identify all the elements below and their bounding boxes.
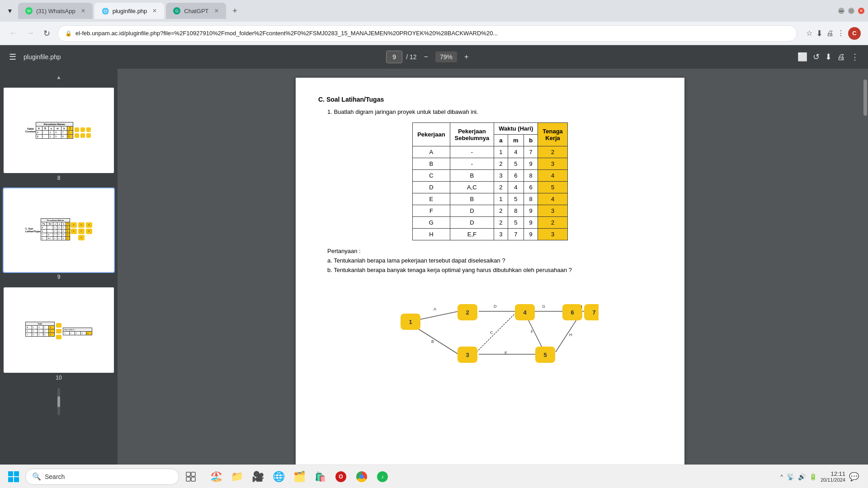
table-row: E B 1 5 8 4 — [413, 193, 568, 205]
start-button[interactable] — [4, 467, 24, 487]
back-button[interactable]: ← — [7, 27, 19, 40]
minimize-button[interactable]: ─ — [838, 8, 844, 14]
pdf-toolbar-right: ⬜ ↺ ⬇ 🖨 ⋮ — [797, 52, 859, 62]
taskbar-chrome[interactable] — [352, 467, 372, 487]
more-options-button[interactable]: ⋮ — [837, 29, 844, 38]
taskbar-spotify[interactable]: ♪ — [373, 467, 392, 487]
taskbar-edge[interactable]: 🌐 — [269, 467, 288, 487]
cell-pekerjaan: E — [413, 193, 450, 205]
url-bar[interactable]: 🔒 el-feb.unpam.ac.id/pluginfile.php?file… — [57, 25, 797, 42]
cell-b: 9 — [524, 229, 538, 240]
new-tab-button[interactable]: + — [228, 4, 242, 18]
svg-rect-11 — [8, 477, 13, 482]
content-scrollbar[interactable] — [863, 69, 868, 465]
taskbar-videocall[interactable]: 🎥 — [248, 467, 268, 487]
profile-avatar[interactable]: C — [848, 27, 861, 40]
tab-pluginfile[interactable]: 🌐 pluginfile.php ✕ — [94, 3, 165, 19]
svg-rect-16 — [191, 477, 195, 481]
tray-chevron[interactable]: ^ — [780, 474, 783, 480]
svg-rect-13 — [186, 472, 190, 476]
taskbar-app-nature[interactable]: 🏖️ — [206, 467, 226, 487]
sidebar-scrollbar[interactable] — [57, 388, 60, 415]
cell-b: 9 — [524, 158, 538, 170]
col-header-sebelumnya: PekerjaanSebelumnya — [450, 123, 494, 146]
taskbar-store[interactable]: 🛍️ — [310, 467, 330, 487]
maximize-button[interactable]: □ — [848, 8, 854, 14]
tab-chatgpt[interactable]: G ChatGPT ✕ — [166, 3, 226, 19]
cell-b: 8 — [524, 193, 538, 205]
pdf-more-button[interactable]: ⋮ — [851, 52, 859, 62]
pdf-print-button[interactable]: 🖨 — [837, 52, 845, 62]
cell-m: 8 — [508, 205, 524, 217]
taskbar-search-bar[interactable]: 🔍 Search — [25, 469, 179, 485]
bookmark-star-icon[interactable]: ☆ — [806, 29, 812, 38]
cell-m: 4 — [508, 146, 524, 158]
cell-sebelumnya: A,C — [450, 182, 494, 193]
cell-m: 6 — [508, 170, 524, 182]
taskbar-pinned-apps: 🏖️ 📁 🎥 🌐 🗂️ 🛍️ O ♪ — [206, 467, 392, 487]
page-number-input[interactable] — [386, 51, 402, 63]
thumbnail-9-label: 9 — [4, 274, 114, 280]
pdf-download-button[interactable]: ⬇ — [825, 52, 832, 62]
download-button[interactable]: ⬇ — [816, 28, 823, 38]
cell-m: 5 — [508, 217, 524, 229]
notifications-icon[interactable]: 💬 — [849, 472, 859, 482]
node-5-label: 5 — [543, 352, 547, 358]
whatsapp-tab-close[interactable]: ✕ — [81, 8, 85, 14]
col-header-pekerjaan: Pekerjaan — [413, 123, 450, 146]
hamburger-menu-icon[interactable]: ☰ — [9, 52, 16, 62]
question-a: a. Tentukanlah berapa lama pekerjaan ter… — [327, 257, 662, 264]
edge-b-label: B — [431, 339, 434, 344]
node-6-label: 6 — [571, 309, 574, 316]
print-button[interactable]: 🖨 — [826, 29, 834, 38]
thumbnail-page-10[interactable]: Table A1472 B2593 C3684 Data Table 2 X12… — [4, 287, 114, 381]
tray-battery-icon: 🔋 — [809, 473, 817, 480]
clock-time: 12:11 — [821, 470, 845, 477]
rotate-button[interactable]: ↺ — [813, 52, 820, 62]
tab-dropdown-icon[interactable]: ▼ — [4, 5, 16, 17]
edge-i-label: I — [581, 304, 582, 309]
edge-e-label: E — [505, 351, 507, 355]
cell-tenaga: 5 — [538, 182, 568, 193]
thumbnail-page-9[interactable]: C. Soal Latihan/Tugas Perusahaan Mainan … — [4, 188, 114, 280]
table-row: F D 2 8 9 3 — [413, 205, 568, 217]
taskbar-folder[interactable]: 🗂️ — [289, 467, 309, 487]
cell-a: 1 — [494, 146, 508, 158]
cell-tenaga: 3 — [538, 158, 568, 170]
edge-a-label: A — [434, 307, 436, 311]
tray-icons: ^ 📡 🔊 🔋 — [780, 473, 817, 480]
thumbnail-10-label: 10 — [4, 375, 114, 381]
chatgpt-favicon: G — [173, 7, 180, 14]
questions-section: Pertanyaan : a. Tentukanlah berapa lama … — [327, 248, 662, 273]
question-b: b. Tentukanlah berapa banyak tenaga kerj… — [327, 267, 662, 273]
thumbnail-page-8[interactable]: Table Content Perusahaan Mainan ABambT A… — [4, 88, 114, 181]
chatgpt-tab-close[interactable]: ✕ — [214, 8, 219, 14]
edge-f-label: F — [531, 329, 533, 334]
scroll-up-indicator[interactable]: ▲ — [4, 74, 114, 80]
fit-page-button[interactable]: ⬜ — [797, 52, 807, 62]
taskbar-file-explorer[interactable]: 📁 — [227, 467, 247, 487]
scrollbar-thumb[interactable] — [57, 396, 60, 407]
close-button[interactable]: ✕ — [858, 8, 864, 14]
cell-pekerjaan: F — [413, 205, 450, 217]
pluginfile-tab-close[interactable]: ✕ — [152, 8, 157, 14]
cell-tenaga: 2 — [538, 217, 568, 229]
clock[interactable]: 12:11 20/11/2024 — [821, 470, 845, 483]
zoom-in-button[interactable]: + — [461, 51, 472, 63]
table-row: C B 3 6 8 4 — [413, 170, 568, 182]
forward-button[interactable]: → — [24, 27, 36, 40]
content-scrollbar-thumb[interactable] — [863, 80, 867, 116]
reload-button[interactable]: ↻ — [42, 27, 52, 40]
cell-pekerjaan: G — [413, 217, 450, 229]
taskbar-opera[interactable]: O — [331, 467, 351, 487]
search-icon: 🔍 — [32, 472, 41, 481]
network-diagram-container: 1 2 3 4 5 — [318, 284, 662, 375]
col-header-b: b — [524, 135, 538, 146]
zoom-out-button[interactable]: − — [420, 51, 432, 63]
task-view-button[interactable] — [181, 467, 201, 487]
tray-volume-icon[interactable]: 🔊 — [798, 473, 806, 480]
cell-tenaga: 3 — [538, 229, 568, 240]
tab-whatsapp[interactable]: W (31) WhatsApp ✕ — [18, 3, 93, 19]
table-row: B - 2 5 9 3 — [413, 158, 568, 170]
pluginfile-tab-label: pluginfile.php — [113, 8, 147, 14]
